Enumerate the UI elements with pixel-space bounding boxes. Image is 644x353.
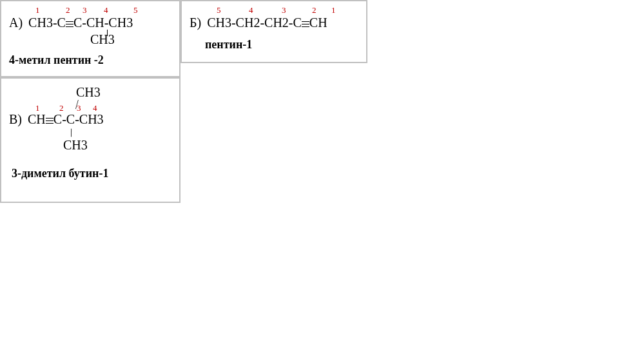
carbon-number: 1 bbox=[331, 5, 336, 15]
carbon-number: 2 bbox=[312, 5, 317, 15]
carbon-number: 3 bbox=[282, 5, 286, 15]
carbon-number: 5 bbox=[217, 5, 221, 15]
option-label-a: А) bbox=[9, 15, 23, 30]
compound-name-a: 4-метил пентин -2 bbox=[9, 53, 171, 67]
formula-container-b: 5 4 3 2 1 Б) CH3-CH2-CH2-CCH пентин-1 bbox=[182, 1, 366, 57]
carbon-number: 4 bbox=[249, 5, 253, 15]
cell-a: 1 2 3 4 5 А) CH3-CC-CH-CH3 CH3 4-метил п… bbox=[0, 0, 181, 77]
carbon-number: 5 bbox=[133, 5, 138, 15]
carbon-number: 1 bbox=[35, 5, 40, 15]
formula-line-b: Б) CH3-CH2-CH2-CCH bbox=[190, 15, 358, 30]
bottom-substituent-group: CH3 bbox=[63, 138, 88, 153]
formula-line-c: В) CHC-C-CH3 bbox=[9, 112, 171, 127]
substituent-group: CH3 bbox=[90, 32, 115, 47]
formula-container-c: CH3 ⁄ 1 2 3 4 В) CHC-C-CH3 \ CH3 3-димет… bbox=[1, 79, 179, 186]
option-label-c: В) bbox=[9, 112, 22, 126]
formula-line-a: А) CH3-CC-CH-CH3 bbox=[9, 15, 171, 30]
carbon-number: 3 bbox=[83, 5, 87, 15]
carbon-number: 4 bbox=[104, 5, 108, 15]
option-label-b: Б) bbox=[190, 15, 201, 30]
top-substituent-group: CH3 bbox=[76, 85, 101, 100]
cell-c: CH3 ⁄ 1 2 3 4 В) CHC-C-CH3 \ CH3 3-димет… bbox=[0, 77, 181, 203]
cell-b: 5 4 3 2 1 Б) CH3-CH2-CH2-CCH пентин-1 bbox=[181, 0, 367, 63]
formula-container-a: 1 2 3 4 5 А) CH3-CC-CH-CH3 CH3 4-метил п… bbox=[1, 1, 179, 72]
compound-name-b: пентин-1 bbox=[205, 38, 358, 52]
carbon-number: 2 bbox=[66, 5, 70, 15]
compound-name-c: 3-диметил бутин-1 bbox=[12, 167, 171, 180]
